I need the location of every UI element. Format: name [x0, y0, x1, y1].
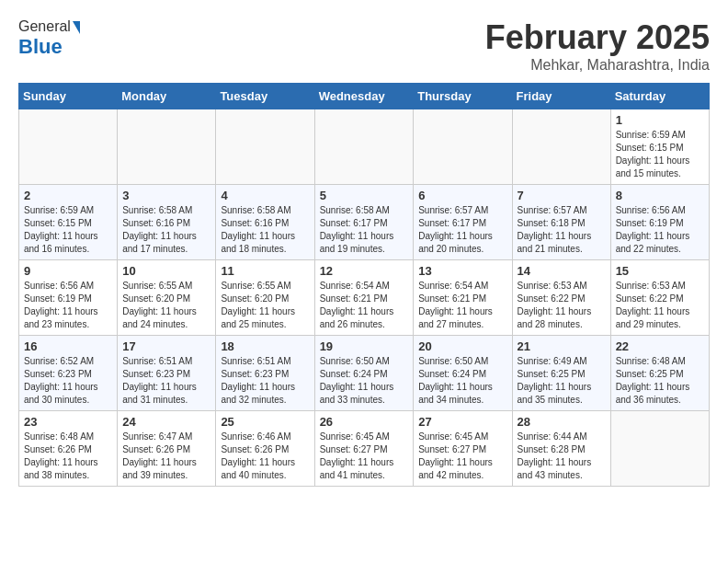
day-info: Sunrise: 6:48 AM Sunset: 6:25 PM Dayligh…: [616, 355, 704, 407]
day-info: Sunrise: 6:44 AM Sunset: 6:28 PM Dayligh…: [518, 431, 606, 482]
page-header: General Blue February 2025 Mehkar, Mahar…: [18, 18, 710, 74]
calendar-day-2: 2Sunrise: 6:59 AM Sunset: 6:15 PM Daylig…: [19, 185, 118, 260]
day-number: 4: [221, 189, 309, 202]
calendar-day-1: 1Sunrise: 6:59 AM Sunset: 6:15 PM Daylig…: [610, 109, 709, 185]
calendar-day-empty: [19, 109, 118, 185]
day-number: 10: [122, 264, 210, 278]
day-number: 13: [418, 264, 506, 278]
day-info: Sunrise: 6:56 AM Sunset: 6:19 PM Dayligh…: [616, 204, 704, 256]
day-number: 8: [616, 189, 704, 202]
day-number: 22: [616, 339, 704, 353]
day-info: Sunrise: 6:45 AM Sunset: 6:27 PM Dayligh…: [418, 431, 506, 482]
weekday-header-sunday: Sunday: [19, 84, 118, 109]
day-info: Sunrise: 6:55 AM Sunset: 6:20 PM Dayligh…: [122, 280, 210, 331]
calendar-day-25: 25Sunrise: 6:46 AM Sunset: 6:26 PM Dayli…: [216, 411, 314, 487]
day-number: 3: [122, 189, 210, 202]
day-info: Sunrise: 6:51 AM Sunset: 6:23 PM Dayligh…: [122, 355, 210, 407]
day-info: Sunrise: 6:48 AM Sunset: 6:26 PM Dayligh…: [24, 431, 112, 482]
day-info: Sunrise: 6:49 AM Sunset: 6:25 PM Dayligh…: [518, 355, 606, 407]
day-number: 16: [24, 339, 112, 353]
month-title: February 2025: [485, 18, 710, 57]
calendar-day-22: 22Sunrise: 6:48 AM Sunset: 6:25 PM Dayli…: [610, 336, 709, 411]
calendar-day-24: 24Sunrise: 6:47 AM Sunset: 6:26 PM Dayli…: [118, 411, 216, 487]
calendar-day-27: 27Sunrise: 6:45 AM Sunset: 6:27 PM Dayli…: [414, 411, 512, 487]
day-info: Sunrise: 6:56 AM Sunset: 6:19 PM Dayligh…: [24, 280, 112, 331]
calendar-day-11: 11Sunrise: 6:55 AM Sunset: 6:20 PM Dayli…: [216, 260, 314, 336]
day-number: 1: [616, 113, 704, 127]
day-info: Sunrise: 6:47 AM Sunset: 6:26 PM Dayligh…: [122, 431, 210, 482]
day-number: 11: [221, 264, 309, 278]
calendar-day-empty: [610, 411, 709, 487]
day-info: Sunrise: 6:57 AM Sunset: 6:17 PM Dayligh…: [418, 204, 506, 256]
day-info: Sunrise: 6:54 AM Sunset: 6:21 PM Dayligh…: [320, 280, 409, 331]
weekday-header-thursday: Thursday: [414, 84, 512, 109]
calendar-day-23: 23Sunrise: 6:48 AM Sunset: 6:26 PM Dayli…: [19, 411, 118, 487]
logo-blue-text: Blue: [18, 35, 63, 59]
calendar-day-10: 10Sunrise: 6:55 AM Sunset: 6:20 PM Dayli…: [118, 260, 216, 336]
calendar-day-4: 4Sunrise: 6:58 AM Sunset: 6:16 PM Daylig…: [216, 185, 314, 260]
day-number: 15: [616, 264, 704, 278]
calendar-day-13: 13Sunrise: 6:54 AM Sunset: 6:21 PM Dayli…: [414, 260, 512, 336]
calendar-day-20: 20Sunrise: 6:50 AM Sunset: 6:24 PM Dayli…: [414, 336, 512, 411]
calendar-week-row: 1Sunrise: 6:59 AM Sunset: 6:15 PM Daylig…: [19, 109, 710, 185]
day-number: 27: [418, 415, 506, 429]
calendar-day-5: 5Sunrise: 6:58 AM Sunset: 6:17 PM Daylig…: [314, 185, 414, 260]
day-number: 24: [122, 415, 210, 429]
day-info: Sunrise: 6:59 AM Sunset: 6:15 PM Dayligh…: [24, 204, 112, 256]
calendar-day-empty: [512, 109, 610, 185]
weekday-header-friday: Friday: [512, 84, 610, 109]
day-number: 6: [418, 189, 506, 202]
day-number: 19: [320, 339, 409, 353]
weekday-header-wednesday: Wednesday: [314, 84, 414, 109]
day-info: Sunrise: 6:53 AM Sunset: 6:22 PM Dayligh…: [616, 280, 704, 331]
day-info: Sunrise: 6:45 AM Sunset: 6:27 PM Dayligh…: [320, 431, 409, 482]
calendar-day-14: 14Sunrise: 6:53 AM Sunset: 6:22 PM Dayli…: [512, 260, 610, 336]
day-info: Sunrise: 6:58 AM Sunset: 6:16 PM Dayligh…: [221, 204, 309, 256]
day-info: Sunrise: 6:54 AM Sunset: 6:21 PM Dayligh…: [418, 280, 506, 331]
calendar-day-6: 6Sunrise: 6:57 AM Sunset: 6:17 PM Daylig…: [414, 185, 512, 260]
calendar-day-18: 18Sunrise: 6:51 AM Sunset: 6:23 PM Dayli…: [216, 336, 314, 411]
calendar-week-row: 16Sunrise: 6:52 AM Sunset: 6:23 PM Dayli…: [19, 336, 710, 411]
day-number: 20: [418, 339, 506, 353]
day-number: 26: [320, 415, 409, 429]
day-info: Sunrise: 6:57 AM Sunset: 6:18 PM Dayligh…: [518, 204, 606, 256]
weekday-header-row: SundayMondayTuesdayWednesdayThursdayFrid…: [19, 84, 710, 109]
day-number: 28: [518, 415, 606, 429]
weekday-header-monday: Monday: [118, 84, 216, 109]
calendar-day-empty: [314, 109, 414, 185]
day-info: Sunrise: 6:58 AM Sunset: 6:16 PM Dayligh…: [122, 204, 210, 256]
weekday-header-saturday: Saturday: [610, 84, 709, 109]
calendar-day-15: 15Sunrise: 6:53 AM Sunset: 6:22 PM Dayli…: [610, 260, 709, 336]
calendar-week-row: 2Sunrise: 6:59 AM Sunset: 6:15 PM Daylig…: [19, 185, 710, 260]
calendar-day-3: 3Sunrise: 6:58 AM Sunset: 6:16 PM Daylig…: [118, 185, 216, 260]
calendar-day-12: 12Sunrise: 6:54 AM Sunset: 6:21 PM Dayli…: [314, 260, 414, 336]
day-info: Sunrise: 6:46 AM Sunset: 6:26 PM Dayligh…: [221, 431, 309, 482]
day-number: 7: [518, 189, 606, 202]
title-area: February 2025 Mehkar, Maharashtra, India: [485, 18, 710, 74]
calendar-day-9: 9Sunrise: 6:56 AM Sunset: 6:19 PM Daylig…: [19, 260, 118, 336]
calendar-day-7: 7Sunrise: 6:57 AM Sunset: 6:18 PM Daylig…: [512, 185, 610, 260]
logo: General Blue: [18, 18, 80, 59]
calendar-day-empty: [118, 109, 216, 185]
day-number: 9: [24, 264, 112, 278]
calendar-day-26: 26Sunrise: 6:45 AM Sunset: 6:27 PM Dayli…: [314, 411, 414, 487]
day-number: 12: [320, 264, 409, 278]
day-number: 14: [518, 264, 606, 278]
day-number: 2: [24, 189, 112, 202]
calendar-day-16: 16Sunrise: 6:52 AM Sunset: 6:23 PM Dayli…: [19, 336, 118, 411]
day-info: Sunrise: 6:59 AM Sunset: 6:15 PM Dayligh…: [616, 129, 704, 180]
calendar-week-row: 9Sunrise: 6:56 AM Sunset: 6:19 PM Daylig…: [19, 260, 710, 336]
calendar-day-28: 28Sunrise: 6:44 AM Sunset: 6:28 PM Dayli…: [512, 411, 610, 487]
day-number: 21: [518, 339, 606, 353]
day-info: Sunrise: 6:53 AM Sunset: 6:22 PM Dayligh…: [518, 280, 606, 331]
day-number: 25: [221, 415, 309, 429]
day-info: Sunrise: 6:52 AM Sunset: 6:23 PM Dayligh…: [24, 355, 112, 407]
day-info: Sunrise: 6:51 AM Sunset: 6:23 PM Dayligh…: [221, 355, 309, 407]
location-title: Mehkar, Maharashtra, India: [485, 57, 710, 74]
day-number: 17: [122, 339, 210, 353]
calendar-day-19: 19Sunrise: 6:50 AM Sunset: 6:24 PM Dayli…: [314, 336, 414, 411]
day-number: 5: [320, 189, 409, 202]
day-info: Sunrise: 6:50 AM Sunset: 6:24 PM Dayligh…: [320, 355, 409, 407]
calendar-day-empty: [414, 109, 512, 185]
day-info: Sunrise: 6:58 AM Sunset: 6:17 PM Dayligh…: [320, 204, 409, 256]
